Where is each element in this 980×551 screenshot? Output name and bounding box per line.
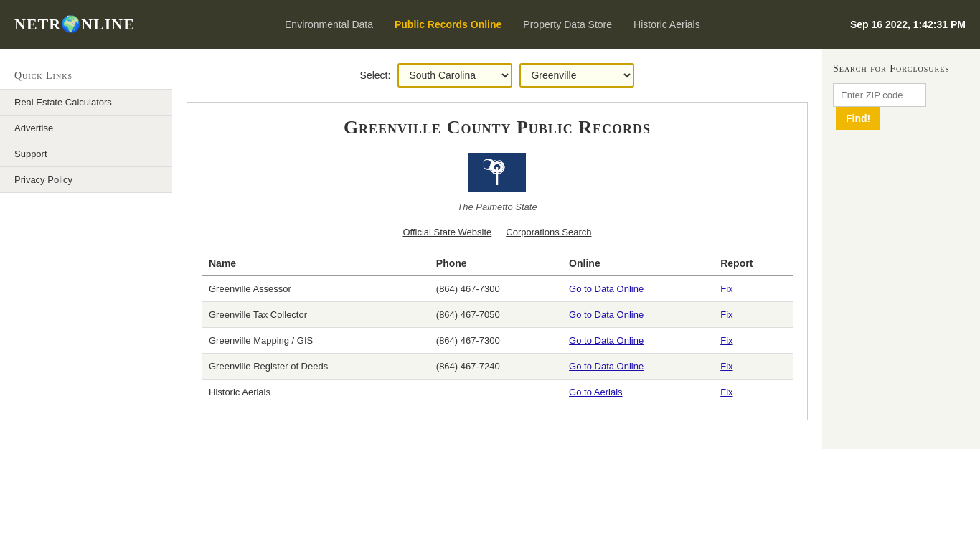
cell-phone: (864) 467-7050	[429, 302, 562, 328]
fix-link[interactable]: Fix	[720, 309, 732, 320]
nav: Environmental Data Public Records Online…	[285, 19, 700, 30]
select-row: Select: South Carolina Greenville	[187, 63, 808, 88]
cell-phone: (864) 467-7300	[429, 328, 562, 354]
cell-online: Go to Data Online	[562, 276, 713, 302]
cell-phone: (864) 467-7300	[429, 276, 562, 302]
foreclosure-title: Search for Forclosures	[833, 63, 969, 75]
sidebar-item-support[interactable]: Support	[0, 141, 172, 166]
cell-report: Fix	[713, 302, 793, 328]
table-body: Greenville Assessor(864) 467-7300Go to D…	[202, 276, 793, 405]
state-select[interactable]: South Carolina	[397, 63, 512, 88]
cell-phone	[429, 380, 562, 405]
find-button[interactable]: Find!	[836, 107, 880, 130]
col-header-online: Online	[562, 252, 713, 276]
table-row: Historic AerialsGo to AerialsFix	[202, 380, 793, 405]
cell-online: Go to Aerials	[562, 380, 713, 405]
go-to-data-link[interactable]: Go to Data Online	[569, 283, 706, 294]
cell-report: Fix	[713, 276, 793, 302]
cell-name: Greenville Register of Deeds	[202, 354, 429, 380]
county-box: Greenville County Public Records The Pal…	[187, 102, 808, 420]
state-links: Official State Website Corporations Sear…	[202, 227, 793, 237]
table-row: Greenville Tax Collector(864) 467-7050Go…	[202, 302, 793, 328]
nav-property-data-store[interactable]: Property Data Store	[523, 19, 612, 30]
col-header-phone: Phone	[429, 252, 562, 276]
col-header-report: Report	[713, 252, 793, 276]
sidebar: Quick Links Real Estate Calculators Adve…	[0, 49, 172, 449]
cell-name: Greenville Assessor	[202, 276, 429, 302]
cell-name: Greenville Tax Collector	[202, 302, 429, 328]
cell-online: Go to Data Online	[562, 354, 713, 380]
col-header-name: Name	[202, 252, 429, 276]
corporations-search-link[interactable]: Corporations Search	[506, 227, 591, 237]
cell-online: Go to Data Online	[562, 328, 713, 354]
state-nickname: The Palmetto State	[202, 202, 793, 212]
cell-name: Greenville Mapping / GIS	[202, 328, 429, 354]
select-label: Select:	[360, 70, 391, 81]
fix-link[interactable]: Fix	[720, 361, 732, 372]
table-row: Greenville Assessor(864) 467-7300Go to D…	[202, 276, 793, 302]
sidebar-title: Quick Links	[0, 63, 172, 89]
cell-report: Fix	[713, 354, 793, 380]
logo: NETR🌍NLINE	[14, 15, 135, 34]
table-row: Greenville Mapping / GIS(864) 467-7300Go…	[202, 328, 793, 354]
nav-public-records-online[interactable]: Public Records Online	[395, 19, 501, 30]
sidebar-item-real-estate-calculators[interactable]: Real Estate Calculators	[0, 89, 172, 115]
cell-report: Fix	[713, 328, 793, 354]
go-to-data-link[interactable]: Go to Data Online	[569, 361, 706, 372]
foreclosure-search: Find!	[833, 83, 969, 130]
cell-online: Go to Data Online	[562, 302, 713, 328]
fix-link[interactable]: Fix	[720, 335, 732, 346]
go-to-data-link[interactable]: Go to Aerials	[569, 387, 706, 397]
cell-phone: (864) 467-7240	[429, 354, 562, 380]
zip-input[interactable]	[833, 83, 926, 107]
cell-report: Fix	[713, 380, 793, 405]
nav-historic-aerials[interactable]: Historic Aerials	[633, 19, 700, 30]
right-sidebar: Search for Forclosures Find!	[822, 49, 980, 449]
go-to-data-link[interactable]: Go to Data Online	[569, 335, 706, 346]
fix-link[interactable]: Fix	[720, 283, 732, 294]
nav-environmental-data[interactable]: Environmental Data	[285, 19, 373, 30]
county-select[interactable]: Greenville	[519, 63, 634, 88]
records-table: Name Phone Online Report Greenville Asse…	[202, 252, 793, 405]
go-to-data-link[interactable]: Go to Data Online	[569, 309, 706, 320]
main-layout: Quick Links Real Estate Calculators Adve…	[0, 49, 980, 449]
logo-globe: 🌍	[61, 15, 81, 33]
county-title: Greenville County Public Records	[202, 117, 793, 138]
table-row: Greenville Register of Deeds(864) 467-72…	[202, 354, 793, 380]
header: NETR🌍NLINE Environmental Data Public Rec…	[0, 0, 980, 49]
fix-link[interactable]: Fix	[720, 387, 732, 397]
sidebar-item-privacy-policy[interactable]: Privacy Policy	[0, 166, 172, 193]
official-state-website-link[interactable]: Official State Website	[402, 227, 491, 237]
content: Select: South Carolina Greenville Greenv…	[172, 49, 822, 449]
flag-container	[202, 153, 793, 194]
cell-name: Historic Aerials	[202, 380, 429, 405]
state-flag	[468, 153, 526, 192]
datetime: Sep 16 2022, 1:42:31 PM	[850, 19, 966, 30]
sidebar-item-advertise[interactable]: Advertise	[0, 115, 172, 141]
